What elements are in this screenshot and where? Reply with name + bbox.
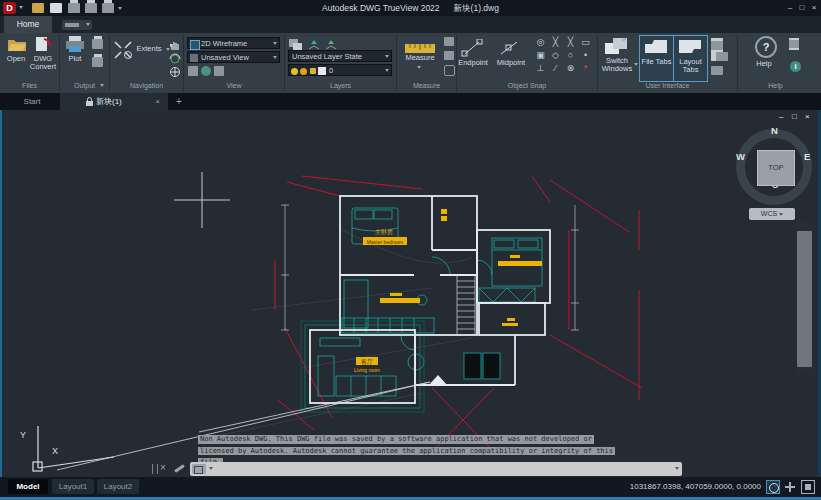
scrollbar-thumb[interactable] [797,231,812,367]
layout-tabs-label: Layout Tabs [674,58,707,74]
viewcube-east[interactable]: E [804,151,810,162]
extract-edges-icon[interactable] [444,37,454,46]
file-tabs-toggle[interactable]: File Tabs [639,35,674,82]
drawing-canvas[interactable]: 主卧房 Master bedroom 客厅 Living room [0,110,821,477]
center-snap-icon[interactable]: ◎ [534,36,547,48]
tab-close-icon[interactable]: × [155,93,160,110]
viewcube-west[interactable]: W [736,151,745,162]
measure-flyout-icon[interactable] [417,66,421,69]
close-button[interactable]: × [809,2,819,13]
open-button[interactable] [7,36,27,52]
layer-properties-icon [289,39,302,50]
minimize-button[interactable]: – [785,2,795,13]
viewport-config-icon[interactable] [188,66,198,76]
visual-style-icon [190,40,200,50]
named-view-caret-icon [273,56,277,59]
tile-horizontally-icon[interactable] [711,38,723,53]
intersection-snap-icon[interactable]: ╳ [549,36,562,48]
new-tab-button[interactable]: + [173,96,185,108]
restore-button[interactable]: □ [797,2,807,13]
nearest-snap-icon[interactable]: ⊗ [564,62,577,74]
tab-document-label: 新块(1) [96,93,122,110]
info-icon[interactable]: i [790,61,801,72]
dwg-convert-button[interactable] [34,36,52,52]
room-label-living-en: Living room [354,367,380,373]
feedback-icon[interactable] [789,38,799,50]
view-manager-icon[interactable] [214,66,224,76]
visual-style-dropdown[interactable]: 2D Wireframe [187,37,280,49]
file-tabs-icon [644,39,668,55]
layer-unisolate-icon [325,39,337,50]
clean-screen-icon [805,484,811,490]
layer-color-swatch [318,67,326,75]
plot-preview-button[interactable] [92,57,103,67]
extension-snap-icon[interactable]: ▭ [579,36,592,48]
command-line-bar: × [152,461,682,477]
drawing-restore-button[interactable]: □ [792,112,797,121]
zoom-extents-icon[interactable] [113,40,133,60]
named-view-dropdown[interactable]: Unsaved View [187,51,280,63]
midpoint-button-label: Midpoint [493,59,529,67]
room-label-master-en: Master bedroom [367,239,403,245]
layer-state-dropdown[interactable]: Unsaved Layer State [288,50,392,62]
clean-screen-button[interactable] [801,480,815,494]
customize-icon[interactable] [174,464,185,473]
switch-windows-label: Switch Windows [598,57,636,73]
layout-tabs-toggle[interactable]: Layout Tabs [673,35,708,82]
tab-layout2[interactable]: Layout2 [97,479,139,494]
tangent-snap-icon[interactable]: ○ [564,49,577,61]
ucs-x-label: X [52,446,58,456]
app-title-text: Autodesk DWG TrueView 2022 [322,3,440,13]
command-grip-icon[interactable] [152,464,158,474]
plot-button[interactable] [64,36,86,53]
command-input[interactable] [190,462,682,476]
panel-label-object-snap: Object Snap [457,80,597,92]
tile-vertically-icon[interactable] [711,52,728,61]
layer-freeze-sun-icon [300,68,307,75]
ribbon-display-toggle[interactable] [62,20,92,30]
panel-label-layers: Layers [285,80,396,92]
drawing-minimize-button[interactable]: – [779,112,783,121]
layer-on-bulb-icon [291,68,298,75]
layer-dropdown[interactable]: 0 [288,64,392,76]
viewcube-north[interactable]: N [771,125,778,136]
tab-start[interactable]: Start [6,93,58,110]
switch-windows-icon [604,37,628,55]
quadrant-snap-icon[interactable]: ◇ [549,49,562,61]
switch-windows-caret-icon[interactable] [634,63,638,66]
ribbon-toggle-icon [65,23,79,27]
ribbon-tab-row: Home [0,16,821,33]
perpendicular-snap-icon[interactable]: ⊥ [534,62,547,74]
wcs-dropdown[interactable]: WCS [749,208,795,220]
apparent-intersect-snap-icon[interactable]: ╳ [564,36,577,48]
snap-settings-icon[interactable]: * [579,62,592,74]
hardware-acceleration-button[interactable] [783,480,797,494]
quick-measure-icon[interactable] [444,65,455,76]
viewcube-top-face[interactable]: TOP [757,150,795,186]
view-sphere-icon[interactable] [201,66,211,76]
command-history-caret-icon[interactable] [209,467,213,470]
isolate-objects-icon [769,483,779,493]
tab-home[interactable]: Home [4,16,52,33]
zoom-extents-button[interactable]: Extents [134,45,164,53]
viewcube[interactable]: N W E S TOP WCS [730,123,821,225]
tab-document[interactable]: 新块(1) × [60,93,168,110]
parallel-snap-icon[interactable]: ∕ [549,62,562,74]
isolate-objects-button[interactable] [766,480,780,494]
layer-lock-icon [310,68,316,74]
command-recent-caret-icon[interactable] [675,467,679,470]
output-flyout-icon[interactable] [100,84,104,87]
ruler-icon [405,44,435,53]
help-button[interactable]: ? [755,36,777,58]
drawing-close-button[interactable]: × [805,112,810,121]
batch-plot-button[interactable] [92,39,103,49]
vertical-scrollbar[interactable] [796,222,814,374]
cascade-windows-icon[interactable] [711,66,723,75]
command-close-icon[interactable]: × [160,462,166,473]
node-snap-icon[interactable]: • [579,49,592,61]
insertion-snap-icon[interactable]: ▣ [534,49,547,61]
tab-model[interactable]: Model [8,479,48,494]
copy-objects-icon[interactable] [444,51,454,60]
tab-layout1[interactable]: Layout1 [52,479,94,494]
panel-label-help: Help [738,80,813,92]
